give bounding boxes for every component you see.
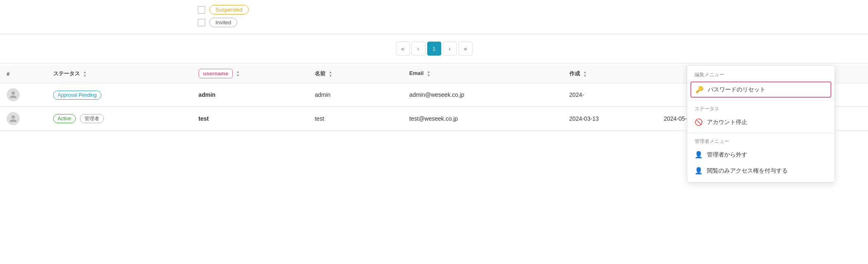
sort-name-icon: ▲▼ [329, 70, 332, 78]
col-header-status[interactable]: ステータス ▲▼ [47, 65, 192, 83]
row1-status: Approval Pending [47, 83, 192, 106]
row1-avatar [7, 88, 20, 101]
username-header-badge: username [199, 69, 233, 78]
sort-email-icon: ▲▼ [427, 70, 430, 77]
status-section-label: ステータス [687, 103, 835, 114]
row1-approval-badge: Approval Pending [53, 91, 101, 100]
filter-area: Suspended Invited [190, 0, 868, 32]
row2-name: test [308, 106, 402, 131]
person-remove-icon: 👤 [695, 151, 703, 159]
row2-active-badge: Active [53, 114, 76, 123]
pagination-last[interactable]: » [459, 42, 473, 56]
row1-created: 2024- [563, 83, 657, 106]
invited-badge[interactable]: Invited [209, 18, 237, 27]
row1-username: admin [192, 83, 308, 106]
col-header-hash: # [0, 65, 47, 83]
suspend-account-item[interactable]: 🚫 アカウント停止 [687, 114, 835, 130]
pagination-prev[interactable]: ‹ [412, 42, 426, 56]
filter-row-suspended: Suspended [198, 5, 249, 14]
pagination-next[interactable]: › [443, 42, 457, 56]
sort-created-icon: ▲▼ [583, 70, 587, 78]
page-wrapper: Suspended Invited « ‹ 1 › » # [0, 0, 868, 264]
suspended-checkbox[interactable] [198, 6, 205, 14]
table-container: # ステータス ▲▼ username ▲▼ 名前 ▲▼ [0, 65, 868, 131]
block-icon: 🚫 [695, 118, 703, 126]
row2-status: Active 管理者 [47, 106, 192, 131]
reset-password-item[interactable]: 🔑 パスワードのリセット [690, 82, 831, 98]
col-header-username[interactable]: username ▲▼ [192, 65, 308, 83]
admin-section-label: 管理者メニュー [687, 136, 835, 147]
pagination: « ‹ 1 › » [396, 42, 473, 56]
filter-row-invited: Invited [198, 18, 237, 27]
col-header-email[interactable]: Email ▲▼ [403, 65, 563, 83]
dropdown-menu: 編集メニュー 🔑 パスワードのリセット ステータス 🚫 アカウント停止 管理者メ… [687, 65, 835, 182]
sort-status-icon: ▲▼ [83, 70, 87, 78]
suspended-badge[interactable]: Suspended [209, 5, 249, 14]
row2-username: test [192, 106, 308, 131]
row1-avatar-cell [0, 83, 47, 106]
row1-email: admin@weseek.co.jp [403, 83, 563, 106]
row2-created: 2024-03-13 [563, 106, 657, 131]
row2-admin-badge: 管理者 [80, 114, 104, 123]
invited-checkbox[interactable] [198, 19, 205, 26]
col-header-created[interactable]: 作成 ▲▼ [563, 65, 657, 83]
row2-avatar-cell [0, 106, 47, 131]
edit-section-label: 編集メニュー [687, 69, 835, 80]
row2-email: test@weseek.co.jp [403, 106, 563, 131]
remove-admin-item[interactable]: 👤 管理者から外す [687, 147, 835, 163]
sort-username-icon: ▲▼ [236, 70, 240, 77]
grant-readonly-item[interactable]: 👤 閲覧のみアクセス権を付与する [687, 163, 835, 179]
col-header-name[interactable]: 名前 ▲▼ [308, 65, 402, 83]
key-icon: 🔑 [695, 86, 704, 93]
person-add-icon: 👤 [695, 167, 703, 175]
menu-divider-2 [687, 133, 835, 133]
pagination-first[interactable]: « [396, 42, 410, 56]
row1-name: admin [308, 83, 402, 106]
pagination-current[interactable]: 1 [427, 42, 441, 56]
menu-divider-1 [687, 100, 835, 100]
top-divider [0, 34, 868, 34]
row2-avatar [7, 112, 20, 125]
table-top-divider [0, 63, 868, 63]
pagination-area: « ‹ 1 › » [0, 36, 868, 61]
